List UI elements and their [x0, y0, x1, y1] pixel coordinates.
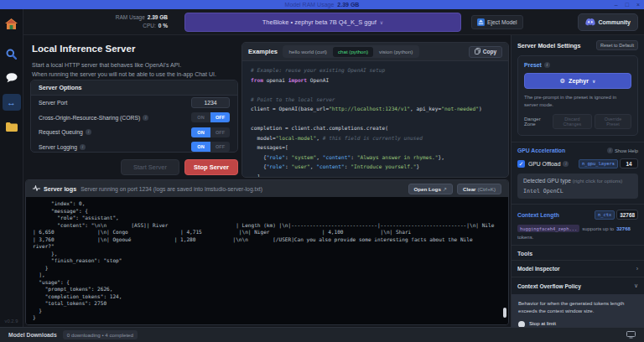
server-logs-body: "index": 0, "message": { "role": "assist…	[26, 197, 508, 325]
ram-usage-label: RAM Usage	[116, 14, 145, 20]
context-support-note: huggingfaceh4_zeph... supports up to 327…	[517, 225, 638, 240]
context-length-heading: Context Length	[517, 212, 559, 218]
reset-to-default-button[interactable]: Reset to Default	[596, 40, 638, 50]
sidebar-item-home[interactable]	[3, 15, 21, 32]
copy-button[interactable]: Copy	[469, 46, 502, 58]
server-port-label: Server Port	[39, 100, 67, 106]
code-line: ],	[251, 174, 500, 179]
community-button[interactable]: Community	[578, 13, 639, 31]
search-icon	[6, 49, 17, 60]
cpu-usage-value: 0 %	[158, 23, 168, 28]
logs-scrollbar-thumb[interactable]	[503, 308, 506, 318]
discard-changes-button[interactable]: Discard Changes	[553, 114, 592, 129]
option-label: Cross-Origin-Resource-Sharing (CORS)i	[39, 115, 148, 121]
chevron-down-icon: ∨	[380, 19, 383, 25]
server-logs-header: Server logs Server running on port 1234 …	[26, 180, 508, 197]
gear-icon: ⚙	[560, 77, 565, 85]
minimize-button[interactable]: –	[615, 2, 618, 8]
danger-zone-label: Danger Zone	[524, 117, 553, 127]
toggle-off[interactable]: OFF	[210, 112, 230, 122]
eject-model-button[interactable]: Eject Model	[471, 15, 523, 29]
model-downloads-label[interactable]: Model Downloads	[8, 332, 57, 338]
gpu-acceleration-section: GPU Acceleration i Show Help ✓ GPU Offlo…	[512, 142, 644, 204]
sidebar-item-my-models[interactable]	[3, 118, 21, 135]
settings-title: Server Model Settings	[517, 42, 581, 49]
overflow-policy-options: Stop at limitKeep the system prompt and …	[518, 320, 637, 327]
gpu-acceleration-heading: GPU Acceleration	[517, 148, 565, 153]
toggle-1[interactable]: ONOFF	[191, 127, 230, 137]
sidebar-item-chat[interactable]	[3, 70, 21, 86]
page-description-1: Start a local HTTP server that behaves l…	[32, 60, 181, 70]
option-label-text: Request Queuing	[39, 129, 83, 135]
code-line	[251, 86, 500, 96]
tool-row-context-overflow-policy[interactable]: Context Overflow Policy∨	[512, 277, 644, 294]
n-ctx-value[interactable]: 32768	[616, 210, 638, 220]
eject-model-label: Eject Model	[487, 19, 517, 25]
n-gpu-layers-badge: n_gpu_layers	[579, 159, 618, 168]
n-ctx-badge: n_ctx	[595, 210, 615, 220]
status-bar: Model Downloads 0 downloading • 4 comple…	[0, 327, 644, 342]
info-icon: i	[607, 148, 613, 153]
preset-selector[interactable]: ⚙ Zephyr ∨	[524, 73, 631, 89]
server-logs-panel: Server logs Server running on port 1234 …	[25, 179, 509, 325]
monitor-icon[interactable]	[626, 331, 636, 339]
titlebar-ram-value: 2.39 GB	[337, 2, 359, 8]
titlebar-ram-label: Model RAM Usage	[285, 2, 335, 8]
open-logs-button[interactable]: Open Logs↗	[408, 184, 454, 194]
toggle-0[interactable]: ONOFF	[191, 112, 230, 122]
sidebar-item-search[interactable]	[3, 45, 21, 62]
start-server-button[interactable]: Start Server	[121, 159, 179, 175]
code-line: model="local-model", # this field is cur…	[251, 135, 500, 145]
preset-label: Preset	[524, 62, 542, 68]
code-line: # Point to the local server	[251, 96, 500, 106]
preset-name: Zephyr	[569, 77, 589, 85]
toggle-rows: Cross-Origin-Resource-Sharing (CORS)iONO…	[31, 111, 237, 153]
gpu-offload-checkbox[interactable]: ✓	[517, 160, 525, 168]
sidebar-item-local-server[interactable]: ↔	[3, 94, 21, 111]
toggle-on[interactable]: ON	[191, 127, 210, 137]
option-row-1: Request QueuingiONOFF	[31, 125, 237, 140]
page-title: Local Inference Server	[32, 44, 135, 54]
option-label-text: Cross-Origin-Resource-Sharing (CORS)	[39, 115, 140, 121]
toggle-on[interactable]: ON	[191, 142, 210, 152]
toggle-2[interactable]: ONOFF	[191, 142, 230, 152]
info-icon: i	[86, 129, 91, 135]
tab-0[interactable]: hello world (curl)	[284, 47, 332, 57]
n-gpu-layers-value[interactable]: 14	[620, 158, 638, 168]
tool-row-model-inspector[interactable]: Model Inspector›	[512, 260, 644, 277]
server-logs-subtitle: Server running on port 1234 (logs are sa…	[80, 186, 262, 192]
gpu-offload-label: GPU Offload	[528, 161, 560, 167]
tab-1[interactable]: chat (python)	[333, 47, 373, 57]
toggle-on[interactable]: ON	[191, 112, 210, 122]
examples-title: Examples	[248, 48, 278, 55]
external-link-icon: ↗	[443, 186, 447, 192]
code-line: from openai import OpenAI	[251, 77, 500, 87]
maximize-button[interactable]: □	[626, 2, 629, 8]
show-help-button[interactable]: i Show Help	[607, 148, 638, 153]
server-buttons: Start Server Stop Server	[30, 159, 238, 175]
chevron-icon: ∨	[634, 282, 638, 289]
toggle-off[interactable]: OFF	[210, 127, 230, 137]
max-tokens-value: 32768	[616, 226, 631, 231]
topbar: RAM Usage2.39 GB CPU:0 % TheBloke • zeph…	[23, 9, 644, 35]
clear-logs-button[interactable]: Clear(Ctrl+K)	[457, 184, 501, 194]
code-line: completion = client.chat.completions.cre…	[251, 125, 500, 135]
folder-icon	[6, 122, 18, 132]
server-port-input[interactable]	[191, 97, 230, 108]
model-selector[interactable]: TheBloke • zephyr beta 7B Q4_K_S gguf ∨	[184, 13, 461, 32]
override-preset-button[interactable]: Override Preset	[595, 114, 631, 129]
info-icon: i	[80, 144, 86, 150]
detected-gpu-box[interactable]: Detected GPU type (right click for optio…	[517, 174, 638, 199]
toggle-off[interactable]: OFF	[210, 142, 230, 152]
stop-server-button[interactable]: Stop Server	[184, 159, 238, 175]
tool-row-label: Context Overflow Policy	[517, 283, 581, 289]
tool-row-label: Model Inspector	[517, 266, 560, 272]
tab-2[interactable]: vision (python)	[374, 47, 418, 57]
cpu-usage-label: CPU:	[143, 23, 156, 28]
server-logs-title: Server logs	[33, 185, 76, 193]
tools-rows: Model Inspector›Context Overflow Policy∨	[512, 260, 644, 294]
discord-icon	[585, 18, 595, 27]
overflow-option-0[interactable]: Stop at limit	[518, 320, 637, 327]
radio-icon[interactable]	[518, 321, 525, 327]
close-button[interactable]: ×	[636, 2, 640, 8]
